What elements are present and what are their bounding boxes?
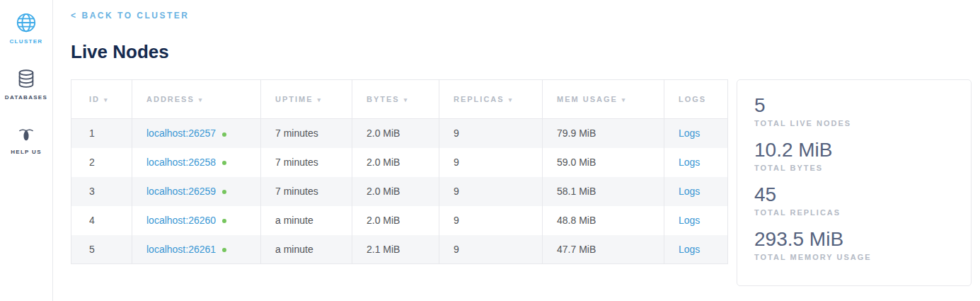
node-logs-cell: Logs — [664, 148, 728, 177]
node-uptime-cell: a minute — [261, 235, 352, 264]
logs-link[interactable]: Logs — [679, 215, 700, 226]
sidebar-item-databases[interactable]: DATABASES — [0, 68, 52, 101]
node-logs-cell: Logs — [664, 206, 728, 235]
stat-label: TOTAL REPLICAS — [754, 208, 954, 217]
node-bytes-cell: 2.1 MiB — [352, 235, 439, 264]
stat-total-bytes: 10.2 MiB TOTAL BYTES — [754, 138, 954, 172]
stat-total-memory-usage: 293.5 MiB TOTAL MEMORY USAGE — [754, 227, 954, 261]
node-id-cell: 4 — [71, 206, 132, 235]
node-id-cell: 5 — [71, 235, 132, 264]
sidebar-item-label: CLUSTER — [10, 38, 43, 45]
chevron-left-icon: < — [71, 11, 78, 21]
node-address-link[interactable]: localhost:26261 — [146, 244, 216, 255]
stat-value: 45 — [754, 183, 954, 207]
column-header-uptime[interactable]: UPTIME▾ — [261, 80, 352, 119]
stat-value: 5 — [754, 93, 954, 118]
node-address-cell: localhost:26257 — [132, 119, 261, 148]
stat-total-live-nodes: 5 TOTAL LIVE NODES — [754, 93, 954, 127]
node-mem-usage-cell: 59.0 MiB — [543, 148, 664, 177]
node-replicas-cell: 9 — [439, 177, 543, 206]
live-status-dot — [222, 190, 226, 194]
node-address-cell: localhost:26261 — [132, 235, 261, 264]
node-address-link[interactable]: localhost:26258 — [146, 157, 216, 168]
summary-panel: 5 TOTAL LIVE NODES 10.2 MiB TOTAL BYTES … — [737, 79, 972, 286]
logs-link[interactable]: Logs — [679, 127, 700, 139]
column-header-bytes[interactable]: BYTES▾ — [352, 80, 439, 119]
logs-link[interactable]: Logs — [679, 186, 700, 197]
table-row: 1 localhost:26257 7 minutes 2.0 MiB 9 79… — [71, 119, 728, 148]
node-replicas-cell: 9 — [439, 148, 543, 177]
sidebar-item-help-us[interactable]: HELP US — [0, 124, 52, 155]
live-status-dot — [222, 248, 226, 252]
stat-total-replicas: 45 TOTAL REPLICAS — [754, 183, 954, 217]
node-bytes-cell: 2.0 MiB — [352, 148, 439, 177]
live-status-dot — [222, 161, 226, 165]
node-id-cell: 1 — [71, 119, 132, 148]
table-row: 3 localhost:26259 7 minutes 2.0 MiB 9 58… — [71, 177, 728, 206]
node-logs-cell: Logs — [664, 235, 728, 264]
node-address-link[interactable]: localhost:26259 — [146, 186, 216, 197]
main-content: <BACK TO CLUSTER Live Nodes ID▾ ADDRESS▾… — [53, 0, 980, 301]
node-bytes-cell: 2.0 MiB — [352, 177, 439, 206]
sort-arrow-icon: ▾ — [509, 96, 514, 103]
node-replicas-cell: 9 — [439, 206, 543, 235]
node-mem-usage-cell: 79.9 MiB — [543, 119, 664, 148]
node-address-link[interactable]: localhost:26260 — [146, 215, 216, 226]
stat-label: TOTAL LIVE NODES — [754, 119, 954, 127]
column-header-id[interactable]: ID▾ — [71, 80, 132, 119]
node-uptime-cell: a minute — [261, 206, 352, 235]
node-logs-cell: Logs — [664, 177, 728, 206]
node-logs-cell: Logs — [664, 119, 728, 148]
column-header-address[interactable]: ADDRESS▾ — [132, 80, 261, 119]
page-title: Live Nodes — [71, 40, 972, 63]
column-header-mem-usage[interactable]: MEM USAGE▾ — [543, 80, 664, 119]
node-uptime-cell: 7 minutes — [261, 177, 352, 206]
stat-label: TOTAL BYTES — [754, 164, 954, 172]
column-header-logs: LOGS — [664, 80, 728, 119]
sort-arrow-icon: ▾ — [404, 96, 409, 103]
node-uptime-cell: 7 minutes — [261, 148, 352, 177]
databases-icon — [16, 68, 37, 89]
stat-label: TOTAL MEMORY USAGE — [754, 253, 954, 261]
node-address-cell: localhost:26260 — [132, 206, 261, 235]
sidebar-item-label: DATABASES — [5, 94, 47, 101]
node-address-cell: localhost:26258 — [132, 148, 261, 177]
sort-arrow-icon: ▾ — [104, 96, 109, 103]
table-row: 4 localhost:26260 a minute 2.0 MiB 9 48.… — [71, 206, 728, 235]
table-row: 2 localhost:26258 7 minutes 2.0 MiB 9 59… — [71, 148, 728, 177]
node-address-link[interactable]: localhost:26257 — [146, 127, 216, 139]
node-mem-usage-cell: 47.7 MiB — [543, 235, 664, 264]
sidebar-item-cluster[interactable]: CLUSTER — [0, 12, 52, 45]
node-bytes-cell: 2.0 MiB — [352, 119, 439, 148]
sort-arrow-icon: ▾ — [199, 96, 204, 103]
node-replicas-cell: 9 — [439, 235, 543, 264]
content-row: ID▾ ADDRESS▾ UPTIME▾ BYTES▾ REPLICAS▾ ME… — [71, 79, 972, 286]
globe-icon — [16, 12, 37, 33]
node-mem-usage-cell: 58.1 MiB — [543, 177, 664, 206]
table-row: 5 localhost:26261 a minute 2.1 MiB 9 47.… — [71, 235, 728, 264]
sort-arrow-icon: ▾ — [622, 96, 627, 103]
stat-value: 293.5 MiB — [754, 227, 954, 251]
column-header-replicas[interactable]: REPLICAS▾ — [439, 80, 543, 119]
logs-link[interactable]: Logs — [679, 157, 700, 168]
node-replicas-cell: 9 — [439, 119, 543, 148]
logs-link[interactable]: Logs — [679, 244, 700, 255]
back-to-cluster-link[interactable]: <BACK TO CLUSTER — [71, 11, 189, 21]
live-status-dot — [222, 219, 226, 223]
stat-value: 10.2 MiB — [754, 138, 954, 162]
node-id-cell: 3 — [71, 177, 132, 206]
app-window: CLUSTER DATABASES HELP US <BACK TO CLUST… — [0, 0, 980, 301]
bug-icon — [16, 124, 36, 144]
sort-arrow-icon: ▾ — [318, 96, 323, 103]
live-nodes-table: ID▾ ADDRESS▾ UPTIME▾ BYTES▾ REPLICAS▾ ME… — [71, 79, 728, 264]
node-uptime-cell: 7 minutes — [261, 119, 352, 148]
node-address-cell: localhost:26259 — [132, 177, 261, 206]
sidebar-item-label: HELP US — [11, 149, 42, 155]
sidebar: CLUSTER DATABASES HELP US — [0, 0, 53, 301]
back-link-label: BACK TO CLUSTER — [82, 11, 190, 21]
node-mem-usage-cell: 48.8 MiB — [543, 206, 664, 235]
table-header-row: ID▾ ADDRESS▾ UPTIME▾ BYTES▾ REPLICAS▾ ME… — [71, 80, 728, 119]
node-bytes-cell: 2.0 MiB — [352, 206, 439, 235]
node-id-cell: 2 — [71, 148, 132, 177]
live-status-dot — [222, 132, 226, 137]
